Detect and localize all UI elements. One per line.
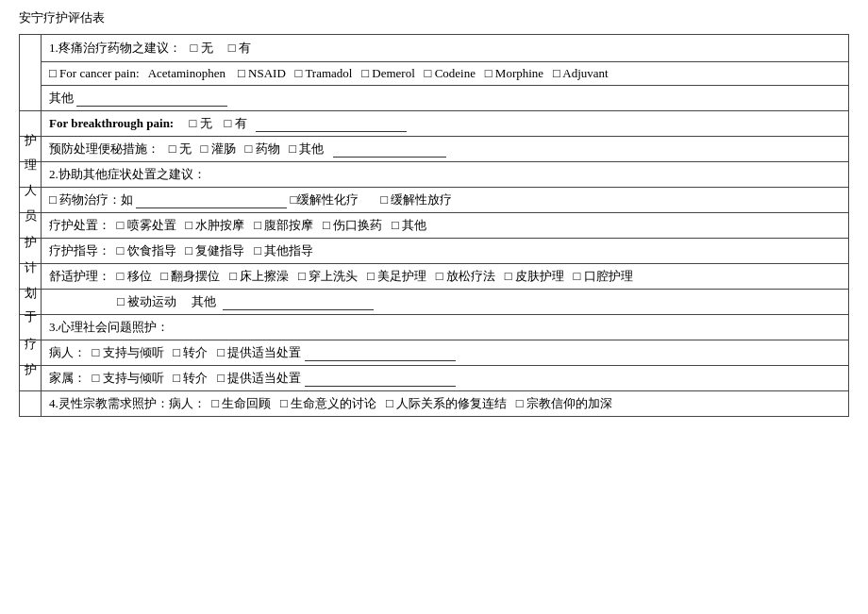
nc5: □ 其他: [392, 218, 426, 232]
c1: □ 移位: [117, 269, 152, 283]
const-drug: □ 药物: [244, 141, 279, 156]
s1-line1: 1.疼痛治疗药物之建议： □ 无 □ 有: [42, 35, 849, 62]
drug3: □ Tramadol: [295, 66, 353, 80]
comfort-row: 划 舒适护理： □ 移位 □ 翻身摆位 □ 床上擦澡 □ 穿上洗头 □ 美足护理…: [20, 264, 849, 290]
s1-drugs-line: □ For cancer pain: Acetaminophen □ NSAID…: [42, 62, 849, 86]
section1-row2: □ For cancer pain: Acetaminophen □ NSAID…: [20, 62, 849, 86]
side-char-yu: 于: [20, 290, 42, 315]
c7: □ 皮肤护理: [505, 269, 564, 283]
drug7: □ Adjuvant: [553, 66, 609, 80]
side-char-hua: 划: [20, 264, 42, 290]
c2: □ 翻身摆位: [160, 269, 220, 283]
nc1: □ 喷雾处置: [117, 218, 176, 232]
passive-row: 于 □ 被动运动 其他: [20, 290, 849, 315]
nc4: □ 伤口换药: [323, 218, 382, 232]
guide-line: 疗护指导： □ 饮食指导 □ 复健指导 □ 其他指导: [42, 239, 849, 264]
cancer-label: □ For cancer pain:: [49, 66, 140, 80]
side-char-hu3: 护: [20, 340, 42, 366]
main-table: 1.疼痛治疗药物之建议： □ 无 □ 有 □ For cancer pain: …: [19, 34, 849, 417]
drug-therapy: □ 药物治疗：如: [49, 192, 133, 207]
s4-line: 4.灵性宗教需求照护：病人： □ 生命回顾 □ 生命意义的讨论 □ 人际关系的修…: [42, 391, 849, 417]
patient-line: 病人： □ 支持与倾听 □ 转介 □ 提供适当处置: [42, 340, 849, 366]
c8: □ 口腔护理: [574, 269, 633, 283]
section3-header-row: 疗 3.心理社会问题照护：: [20, 315, 849, 340]
drug2: □ NSAID: [238, 66, 286, 80]
side-col-empty1: [20, 35, 42, 111]
drug4: □ Demerol: [361, 66, 415, 80]
s2-header-line: 2.协助其他症状处置之建议：: [42, 162, 849, 188]
side-char-ji: 计: [20, 239, 42, 264]
other-input[interactable]: [76, 91, 227, 107]
side-char-hu: 护: [20, 111, 42, 137]
s2-header: 2.协助其他症状处置之建议：: [49, 167, 206, 181]
section4-row: 4.灵性宗教需求照护：病人： □ 生命回顾 □ 生命意义的讨论 □ 人际关系的修…: [20, 391, 849, 417]
p3: □ 提供适当处置: [217, 345, 301, 359]
const-enema: □ 灌肠: [201, 141, 236, 156]
side-char-liao: 疗: [20, 315, 42, 340]
side-col-empty3: [20, 391, 42, 417]
constipation-line: 预防处理便秘措施： □ 无 □ 灌肠 □ 药物 □ 其他: [42, 137, 849, 162]
s3-header-line: 3.心理社会问题照护：: [42, 315, 849, 340]
side-char-yuan: 员: [20, 188, 42, 213]
const-other: □ 其他: [289, 141, 324, 156]
side-char-li: 理: [20, 137, 42, 162]
s1-none: □ 无: [191, 41, 213, 55]
comfort-line: 舒适护理： □ 移位 □ 翻身摆位 □ 床上擦澡 □ 穿上洗头 □ 美足护理 □…: [42, 264, 849, 290]
f2: □ 转介: [173, 371, 208, 385]
side-col-empty2: [20, 366, 42, 391]
bt-input[interactable]: [256, 117, 407, 132]
guide-row: 计 疗护指导： □ 饮食指导 □ 复健指导 □ 其他指导: [20, 239, 849, 264]
breakthrough-label: For breakthrough pain:: [49, 116, 174, 130]
chemo: □缓解性化疗: [291, 192, 359, 207]
breakthrough-row: 护 For breakthrough pain: □ 无 □ 有: [20, 111, 849, 137]
nursing-care-row: 护 疗护处置： □ 喷雾处置 □ 水肿按摩 □ 腹部按摩 □ 伤口换药 □ 其他: [20, 213, 849, 239]
drug6: □ Morphine: [485, 66, 543, 80]
drug1: Acetaminophen: [148, 66, 225, 80]
radio: □ 缓解性放疗: [380, 192, 452, 207]
s1-other-line: 其他: [42, 86, 849, 111]
bt-none: □ 无: [189, 116, 211, 130]
nc2: □ 水肿按摩: [185, 218, 244, 232]
g3: □ 其他指导: [254, 243, 313, 257]
drug-therapy-row: 员 □ 药物治疗：如 □缓解性化疗 □ 缓解性放疗: [20, 188, 849, 213]
s1-yes: □ 有: [228, 41, 251, 55]
p2: □ 转介: [173, 345, 208, 359]
section1-row1: 1.疼痛治疗药物之建议： □ 无 □ 有: [20, 35, 849, 62]
const-other-input[interactable]: [333, 142, 446, 158]
s3-span: □ 人际关系的修复连结: [386, 396, 507, 410]
side-char-hu2: 护: [20, 213, 42, 239]
g-label: 疗护指导：: [49, 243, 110, 257]
section2-header-row: 人 2.协助其他症状处置之建议：: [20, 162, 849, 188]
const-label: 预防处理便秘措施：: [49, 141, 159, 156]
const-none: □ 无: [169, 141, 192, 156]
c-label: 舒适护理：: [49, 269, 110, 283]
bt-yes: □ 有: [225, 116, 247, 130]
s2-span: □ 生命意义的讨论: [280, 396, 376, 410]
nc-label: 疗护处置：: [49, 218, 110, 232]
p1: □ 支持与倾听: [92, 345, 164, 359]
p3-input[interactable]: [305, 346, 456, 361]
page-title: 安宁疗护评估表: [19, 9, 849, 26]
c9: □ 被动运动: [117, 294, 176, 308]
family-line: 家属： □ 支持与倾听 □ 转介 □ 提供适当处置: [42, 366, 849, 391]
section1-row3: 其他: [20, 86, 849, 111]
c10: 其他: [192, 294, 216, 308]
s1-span: □ 生命回顾: [211, 396, 271, 410]
s1-header: 1.疼痛治疗药物之建议：: [49, 41, 181, 55]
c10-input[interactable]: [223, 295, 374, 310]
patient-label: 病人：: [49, 345, 86, 359]
f3-input[interactable]: [305, 372, 456, 387]
c5: □ 美足护理: [367, 269, 426, 283]
s3-header: 3.心理社会问题照护：: [49, 320, 169, 334]
nc3: □ 腹部按摩: [254, 218, 313, 232]
family-row: 家属： □ 支持与倾听 □ 转介 □ 提供适当处置: [20, 366, 849, 391]
patient-row: 护 病人： □ 支持与倾听 □ 转介 □ 提供适当处置: [20, 340, 849, 366]
side-char-ren: 人: [20, 162, 42, 188]
drug-therapy-input[interactable]: [136, 193, 287, 208]
c6: □ 放松疗法: [436, 269, 495, 283]
drug-therapy-line: □ 药物治疗：如 □缓解性化疗 □ 缓解性放疗: [42, 188, 849, 213]
family-label: 家属：: [49, 371, 86, 385]
c4: □ 穿上洗头: [298, 269, 358, 283]
s4-header: 4.灵性宗教需求照护：病人：: [49, 396, 206, 410]
constipation-row: 理 预防处理便秘措施： □ 无 □ 灌肠 □ 药物 □ 其他: [20, 137, 849, 162]
